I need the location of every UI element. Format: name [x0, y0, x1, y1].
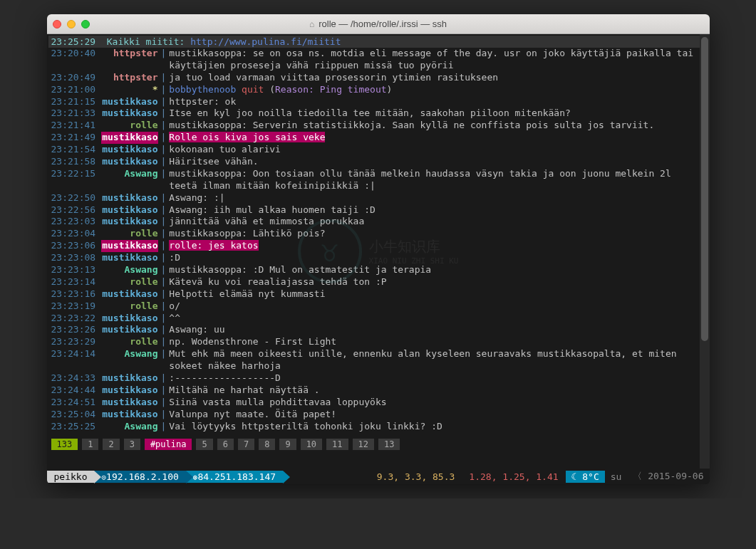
chat-line: 23:23:14rolle|Kätevä ku voi reaaliajassa…	[48, 276, 704, 288]
tab-7[interactable]: 7	[238, 439, 254, 450]
titlebar[interactable]: ⌂ rolle — /home/rolle/.irssi — ssh	[47, 14, 710, 34]
message: jännittää vähä et mimmosta porukkaa	[169, 216, 700, 228]
nick: mustikkaso	[101, 144, 158, 156]
timestamp: 23:23:06	[51, 240, 101, 252]
separator: |	[158, 288, 170, 300]
nick: mustikkaso	[101, 372, 158, 385]
timestamp: 23:21:54	[51, 144, 101, 156]
chat-line: 23:23:03mustikkaso|jännittää vähä et mim…	[48, 216, 704, 228]
traffic-lights	[53, 20, 90, 28]
timestamp: 23:23:22	[51, 313, 101, 325]
tab-2[interactable]: 2	[103, 439, 119, 450]
message: Miltähä ne harhat näyttää .	[169, 385, 700, 397]
tab-11[interactable]: 11	[326, 439, 348, 450]
title-label: rolle — /home/rolle/.irssi — ssh	[319, 19, 447, 29]
separator: |	[158, 264, 170, 276]
window-tabs: 133123#pulina5678910111213	[48, 433, 704, 456]
separator: |	[158, 397, 170, 409]
chat-line: 23:23:08mustikkaso|:D	[48, 252, 704, 264]
tab-3[interactable]: 3	[124, 439, 140, 450]
separator: |	[158, 192, 170, 204]
message: Rolle ois kiva jos sais veke	[169, 132, 700, 144]
message: Siinä vasta mulla pohdittavaa loppuyöks	[169, 397, 700, 409]
chat-line: 23:22:50mustikkaso|Aswang: :|	[48, 192, 704, 204]
nick: mustikkaso	[101, 96, 158, 108]
message: mustikkasoppa: :D Mul on astmatestit ja …	[169, 264, 700, 276]
message: np. Wodensthrone - First Light	[169, 336, 700, 348]
terminal-viewport[interactable]: 23:25:29 Kaikki miitit: http://www.pulin…	[47, 34, 710, 469]
chat-line: 23:25:25Aswang|Vai löytyyks httpsteriltä…	[48, 421, 704, 433]
scrollbar-thumb[interactable]	[701, 37, 708, 341]
tab-10[interactable]: 10	[301, 439, 322, 450]
terminal-window: ⌂ rolle — /home/rolle/.irssi — ssh 23:25…	[47, 14, 710, 484]
chat-line: 23:21:00*|bobbythenoob quit (Reason: Pin…	[48, 84, 704, 96]
chat-line: 23:21:54mustikkaso|kokonaan tuo alarivi	[48, 144, 704, 156]
timestamp: 23:21:58	[51, 156, 101, 168]
separator: |	[158, 336, 170, 348]
message: bobbythenoob quit (Reason: Ping timeout)	[169, 84, 700, 96]
status-topbar: 23:25:29 Kaikki miitit: http://www.pulin…	[48, 36, 704, 48]
timestamp: 23:20:40	[51, 48, 101, 72]
timestamp: 23:22:56	[51, 204, 101, 216]
nick: mustikkaso	[101, 385, 158, 397]
timestamp: 23:21:15	[51, 96, 101, 108]
tab-pulina[interactable]: #pulina	[145, 439, 192, 450]
separator: |	[158, 372, 170, 385]
window-title: ⌂ rolle — /home/rolle/.irssi — ssh	[309, 19, 447, 29]
tab-6[interactable]: 6	[217, 439, 234, 450]
tab-12[interactable]: 12	[353, 439, 374, 450]
separator: |	[158, 421, 170, 433]
nick: mustikkaso	[101, 216, 158, 228]
chat-line: 23:24:44mustikkaso|Miltähä ne harhat näy…	[48, 385, 704, 397]
load-stats: 1.28, 1.25, 1.41	[462, 471, 565, 483]
timestamp: 23:21:41	[51, 120, 101, 132]
message: kokonaan tuo alarivi	[169, 144, 700, 156]
timestamp: 23:23:04	[51, 228, 101, 240]
separator: |	[158, 300, 170, 313]
chat-line: 23:23:06mustikkaso|rolle: jes katos	[48, 240, 704, 252]
date-label: 〈 2015-09-06	[627, 470, 709, 483]
timestamp: 23:21:00	[51, 84, 101, 96]
separator: |	[158, 409, 170, 421]
nick: rolle	[101, 276, 158, 288]
separator: |	[158, 252, 170, 264]
tab-13[interactable]: 13	[378, 439, 400, 450]
tab-5[interactable]: 5	[196, 439, 212, 450]
message: Aswang: :|	[169, 192, 700, 204]
nick: mustikkaso	[101, 288, 158, 300]
scrollbar[interactable]	[700, 34, 710, 469]
tab-1[interactable]: 1	[82, 439, 98, 450]
nick: mustikkaso	[101, 397, 158, 409]
chat-line: 23:23:04rolle|mustikkasoppa: Lähtikö poi…	[48, 228, 704, 240]
topbar-time: 23:25:29	[51, 36, 96, 47]
tab-8[interactable]: 8	[259, 439, 275, 450]
separator: |	[158, 156, 170, 168]
timestamp: 23:23:03	[51, 216, 101, 228]
statusbar: peikko ⊙192.168.2.100 ⊛84.251.183.147 9.…	[47, 469, 710, 484]
timestamp: 23:23:13	[51, 264, 101, 276]
temp-segment: ☾ 8°C	[566, 471, 605, 483]
separator: |	[158, 96, 170, 108]
host-segment: peikko	[47, 471, 95, 483]
message: Mut ehk mä meen oikeesti unille, ennenku…	[169, 348, 700, 372]
separator: |	[158, 168, 170, 192]
topbar-text: Kaikki miitit:	[107, 36, 190, 47]
minimize-icon[interactable]	[67, 20, 76, 28]
nick: Aswang	[101, 168, 158, 192]
separator: |	[158, 132, 170, 144]
zoom-icon[interactable]	[81, 20, 90, 28]
chat-line: 23:24:14Aswang|Mut ehk mä meen oikeesti …	[48, 348, 704, 372]
timestamp: 23:23:16	[51, 288, 101, 300]
topbar-url: http://www.pulina.fi/miitit	[190, 36, 341, 47]
message: Helpotti elämää nyt kummasti	[169, 288, 700, 300]
timestamp: 23:24:51	[51, 397, 101, 409]
separator: |	[158, 228, 170, 240]
ip1-segment: ⊙192.168.2.100	[94, 471, 185, 483]
message: :------------------D	[169, 372, 700, 385]
tab-9[interactable]: 9	[279, 439, 296, 450]
chat-line: 23:23:29rolle|np. Wodensthrone - First L…	[48, 336, 704, 348]
tab-133[interactable]: 133	[51, 439, 78, 450]
separator: |	[158, 120, 170, 132]
nick: mustikkaso	[101, 409, 158, 421]
close-icon[interactable]	[53, 20, 61, 28]
